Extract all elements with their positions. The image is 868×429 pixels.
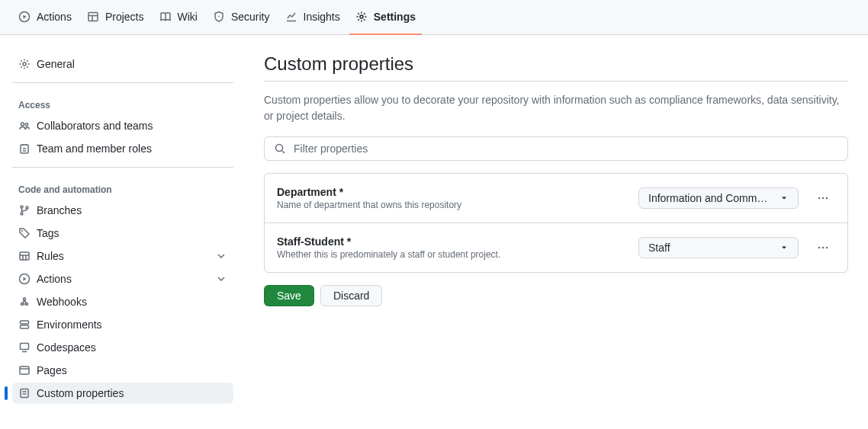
sidebar-item-label: Tags bbox=[37, 227, 59, 239]
sidebar-item-tags[interactable]: Tags bbox=[12, 223, 233, 244]
id-badge-icon bbox=[18, 142, 31, 155]
svg-point-25 bbox=[826, 197, 828, 200]
property-row: Staff-Student * Whether this is predomin… bbox=[265, 223, 847, 272]
svg-point-10 bbox=[26, 206, 28, 209]
properties-list: Department * Name of department that own… bbox=[264, 173, 848, 273]
gear-icon bbox=[18, 58, 31, 70]
book-icon bbox=[159, 11, 172, 23]
triangle-down-icon bbox=[780, 194, 789, 203]
table-icon bbox=[87, 11, 99, 23]
select-value: Information and Commu… bbox=[648, 192, 773, 204]
divider bbox=[12, 82, 233, 83]
property-label-block: Staff-Student * Whether this is predomin… bbox=[277, 235, 626, 260]
property-name: Staff-Student * bbox=[277, 235, 626, 248]
browser-icon bbox=[18, 364, 31, 376]
svg-rect-17 bbox=[21, 321, 29, 324]
svg-point-24 bbox=[822, 197, 825, 200]
sidebar-item-label: Pages bbox=[37, 364, 67, 376]
tab-label: Security bbox=[231, 11, 270, 23]
svg-point-9 bbox=[21, 213, 23, 215]
sidebar-item-label: Collaborators and teams bbox=[37, 120, 153, 132]
shield-icon bbox=[213, 11, 225, 23]
server-icon bbox=[18, 319, 31, 331]
sidebar-item-label: General bbox=[37, 58, 75, 70]
chevron-down-icon bbox=[215, 273, 227, 285]
tab-actions[interactable]: Actions bbox=[12, 0, 78, 35]
tab-projects[interactable]: Projects bbox=[81, 0, 150, 35]
svg-point-11 bbox=[21, 230, 23, 232]
triangle-down-icon bbox=[780, 243, 789, 252]
property-actions-button[interactable] bbox=[811, 186, 835, 210]
svg-point-6 bbox=[25, 123, 27, 126]
svg-rect-19 bbox=[21, 344, 29, 350]
select-value: Staff bbox=[648, 242, 773, 254]
sidebar-item-team-roles[interactable]: Team and member roles bbox=[12, 138, 233, 159]
git-branch-icon bbox=[18, 204, 31, 216]
tab-label: Settings bbox=[374, 11, 416, 23]
svg-point-23 bbox=[818, 197, 821, 200]
property-actions-button[interactable] bbox=[811, 235, 835, 260]
property-label-block: Department * Name of department that own… bbox=[277, 186, 626, 210]
svg-rect-20 bbox=[20, 367, 29, 374]
sidebar-item-rules[interactable]: Rules bbox=[12, 245, 233, 267]
chevron-down-icon bbox=[215, 250, 227, 262]
sidebar-item-label: Codespaces bbox=[37, 341, 96, 354]
webhook-icon bbox=[18, 296, 31, 308]
sidebar-item-branches[interactable]: Branches bbox=[12, 200, 233, 221]
sidebar-item-general[interactable]: General bbox=[12, 53, 233, 75]
main-content: Custom properties Custom properties allo… bbox=[246, 53, 848, 405]
divider bbox=[12, 167, 233, 168]
search-icon bbox=[274, 142, 286, 155]
discard-button[interactable]: Discard bbox=[320, 285, 382, 306]
form-actions: Save Discard bbox=[264, 285, 848, 306]
tag-icon bbox=[18, 227, 31, 239]
svg-rect-1 bbox=[88, 12, 98, 21]
graph-icon bbox=[285, 11, 297, 23]
tab-settings[interactable]: Settings bbox=[349, 0, 422, 35]
property-description: Name of department that owns this reposi… bbox=[277, 200, 626, 210]
tab-label: Projects bbox=[105, 11, 144, 23]
svg-rect-12 bbox=[20, 252, 29, 260]
gear-icon bbox=[355, 11, 368, 23]
play-icon bbox=[18, 273, 31, 285]
sidebar-item-label: Webhooks bbox=[37, 296, 87, 308]
property-name: Department * bbox=[277, 186, 626, 198]
sidebar-item-environments[interactable]: Environments bbox=[12, 314, 233, 335]
note-icon bbox=[18, 387, 31, 399]
sidebar-item-label: Rules bbox=[37, 250, 64, 262]
filter-properties-field[interactable] bbox=[264, 136, 848, 161]
sidebar-item-codespaces[interactable]: Codespaces bbox=[12, 337, 233, 358]
tab-wiki[interactable]: Wiki bbox=[153, 0, 204, 35]
sidebar-item-label: Branches bbox=[37, 204, 82, 216]
property-row: Department * Name of department that own… bbox=[265, 174, 847, 223]
codespaces-icon bbox=[18, 341, 31, 354]
sidebar-item-actions[interactable]: Actions bbox=[12, 268, 233, 290]
svg-point-3 bbox=[360, 15, 363, 18]
svg-rect-21 bbox=[21, 389, 28, 398]
tab-label: Actions bbox=[37, 11, 72, 23]
page-description: Custom properties allow you to decorate … bbox=[264, 92, 848, 124]
tab-insights[interactable]: Insights bbox=[279, 0, 346, 35]
sidebar-group-code: Code and automation bbox=[12, 178, 233, 200]
sidebar-item-label: Custom properties bbox=[37, 387, 124, 399]
svg-point-8 bbox=[21, 206, 23, 208]
sidebar-item-custom-properties[interactable]: Custom properties bbox=[12, 383, 233, 404]
property-value-select[interactable]: Staff bbox=[638, 237, 799, 258]
sidebar-item-webhooks[interactable]: Webhooks bbox=[12, 291, 233, 312]
property-value-select[interactable]: Information and Commu… bbox=[638, 187, 799, 209]
sidebar-group-access: Access bbox=[12, 94, 233, 115]
settings-sidebar: General Access Collaborators and teams T… bbox=[12, 53, 246, 405]
property-description: Whether this is predominately a staff or… bbox=[277, 249, 626, 260]
svg-point-28 bbox=[826, 247, 828, 249]
svg-point-5 bbox=[21, 123, 24, 126]
sidebar-item-label: Team and member roles bbox=[37, 142, 152, 155]
repo-tabs: Actions Projects Wiki Security Insights … bbox=[0, 0, 868, 35]
sidebar-item-collaborators[interactable]: Collaborators and teams bbox=[12, 115, 233, 136]
sidebar-item-pages[interactable]: Pages bbox=[12, 360, 233, 381]
tab-label: Insights bbox=[304, 11, 340, 23]
filter-properties-input[interactable] bbox=[292, 142, 838, 155]
tab-security[interactable]: Security bbox=[207, 0, 276, 35]
ruler-icon bbox=[18, 250, 31, 262]
sidebar-item-label: Actions bbox=[37, 273, 72, 285]
save-button[interactable]: Save bbox=[264, 285, 314, 306]
